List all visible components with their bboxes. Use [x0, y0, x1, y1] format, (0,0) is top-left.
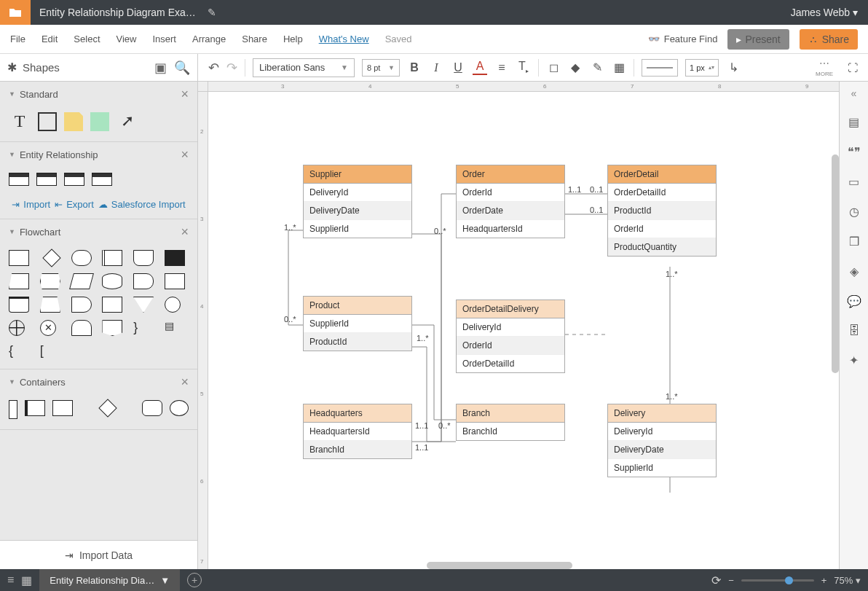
text-color-button[interactable]: A: [473, 60, 487, 75]
fc-note[interactable]: ▤: [165, 320, 189, 336]
fc-terminator[interactable]: [71, 250, 92, 266]
menu-select[interactable]: Select: [74, 34, 100, 44]
rectangle-shape[interactable]: [38, 112, 57, 131]
zoom-in-button[interactable]: +: [821, 575, 827, 586]
section-standard-header[interactable]: ▼Standard×: [0, 82, 197, 106]
menu-edit[interactable]: Edit: [42, 34, 58, 44]
fc-process[interactable]: [9, 250, 29, 266]
fc-decision[interactable]: [43, 248, 61, 267]
shapes-panel-label[interactable]: ✱Shapes: [7, 60, 60, 74]
block-shape[interactable]: [90, 112, 109, 131]
er-shape-4[interactable]: [92, 173, 112, 186]
container-shape[interactable]: [142, 400, 162, 416]
more-button[interactable]: ⋯MORE: [816, 58, 833, 77]
salesforce-import-link[interactable]: ☁ Salesforce Import: [98, 199, 186, 210]
image-icon[interactable]: ▣: [154, 60, 167, 76]
fc-shape[interactable]: [133, 297, 154, 313]
shape-fill-button[interactable]: ◻: [546, 60, 561, 74]
feature-find[interactable]: 👓Feature Find: [648, 34, 718, 44]
entity-orderdetaildelivery[interactable]: OrderDetailDelivery DeliveryId OrderId O…: [456, 300, 565, 373]
entity-orderdetail[interactable]: OrderDetail OrderDetailId ProductId Orde…: [607, 165, 717, 257]
section-flowchart-header[interactable]: ▼Flowchart×: [0, 219, 197, 244]
menu-file[interactable]: File: [10, 34, 25, 44]
text-options-button[interactable]: T▸: [516, 60, 531, 74]
er-shape-2[interactable]: [36, 173, 57, 186]
fc-shape[interactable]: [102, 297, 122, 313]
line-options-button[interactable]: ↳: [726, 60, 741, 74]
italic-button[interactable]: I: [429, 61, 443, 74]
entity-product[interactable]: Product SupplierId ProductId: [303, 296, 412, 351]
fc-shape[interactable]: [9, 320, 25, 336]
entity-order[interactable]: Order OrderId OrderDate HeadquartersId: [456, 165, 565, 238]
zoom-slider[interactable]: [741, 579, 814, 582]
fc-shape[interactable]: [69, 273, 94, 289]
close-icon[interactable]: ×: [181, 224, 189, 240]
arrow-shape[interactable]: ➚: [117, 112, 138, 130]
fc-shape[interactable]: [102, 273, 122, 289]
undo-button[interactable]: ↶: [208, 60, 219, 76]
horizontal-scrollbar[interactable]: [427, 562, 572, 569]
fullscreen-icon[interactable]: ⛶: [848, 62, 858, 74]
document-title[interactable]: Entity Relationship Diagram Exa…: [31, 7, 205, 18]
page-tab[interactable]: Entity Relationship Dia…▼: [39, 569, 180, 591]
collapse-panel-icon[interactable]: «: [851, 87, 857, 99]
list-view-icon[interactable]: ≡: [7, 574, 14, 587]
present-button[interactable]: ▸ Present: [727, 29, 789, 50]
edit-title-icon[interactable]: ✎: [208, 7, 216, 18]
canvas[interactable]: Supplier DeliveryId DeliveryDate Supplie…: [208, 92, 839, 569]
align-button[interactable]: ≡: [494, 61, 509, 74]
close-icon[interactable]: ×: [181, 375, 189, 390]
menu-arrange[interactable]: Arrange: [192, 34, 226, 44]
note-shape[interactable]: [64, 112, 83, 131]
container-shape[interactable]: [98, 399, 117, 417]
fc-shape[interactable]: [40, 273, 60, 289]
folder-icon[interactable]: [0, 0, 31, 25]
fc-bracket[interactable]: [: [40, 343, 64, 359]
search-icon[interactable]: 🔍: [174, 60, 190, 76]
entity-headquarters[interactable]: Headquarters HeadquartersId BranchId: [303, 404, 412, 459]
history-icon[interactable]: ◷: [849, 205, 859, 219]
fc-shape[interactable]: [165, 250, 185, 266]
fc-brace[interactable]: }: [133, 320, 157, 336]
fc-shape[interactable]: [102, 320, 122, 336]
fc-shape[interactable]: [9, 297, 29, 313]
text-shape[interactable]: T: [9, 112, 31, 130]
zoom-out-button[interactable]: −: [728, 575, 734, 586]
font-select[interactable]: Liberation Sans▼: [253, 58, 355, 77]
zoom-level[interactable]: 75% ▾: [834, 575, 861, 586]
font-size-select[interactable]: 8 pt▼: [362, 59, 400, 77]
container-shape[interactable]: [52, 400, 73, 416]
container-shape[interactable]: [170, 400, 189, 416]
fc-shape[interactable]: [40, 297, 60, 313]
bold-button[interactable]: B: [407, 61, 422, 74]
fc-shape[interactable]: [102, 250, 122, 266]
layers-icon[interactable]: ❒: [849, 235, 859, 248]
chat-icon[interactable]: 💬: [847, 294, 861, 308]
import-data-button[interactable]: ⇥ Import Data: [0, 540, 197, 569]
shape-options-button[interactable]: ▦: [612, 60, 626, 74]
magic-icon[interactable]: ✦: [849, 353, 859, 367]
line-width-select[interactable]: 1 px▴▾: [685, 59, 719, 77]
db-icon[interactable]: 🗄: [848, 324, 860, 337]
border-color-button[interactable]: ✎: [590, 60, 604, 74]
menu-help[interactable]: Help: [283, 34, 303, 44]
close-icon[interactable]: ×: [181, 147, 189, 163]
section-containers-header[interactable]: ▼Containers×: [0, 369, 197, 394]
fc-shape[interactable]: [71, 297, 92, 313]
fc-shape[interactable]: [71, 320, 92, 336]
menu-share[interactable]: Share: [242, 34, 267, 44]
data-icon[interactable]: ◈: [850, 265, 859, 278]
add-page-button[interactable]: +: [187, 573, 202, 587]
fc-shape[interactable]: ✕: [40, 320, 56, 336]
section-er-header[interactable]: ▼Entity Relationship×: [0, 142, 197, 167]
menu-insert[interactable]: Insert: [152, 34, 176, 44]
comments-icon[interactable]: ❝❞: [848, 145, 861, 159]
fc-brace[interactable]: {: [9, 343, 33, 359]
close-icon[interactable]: ×: [181, 87, 189, 102]
present-icon[interactable]: ▭: [848, 175, 859, 189]
sync-icon[interactable]: ⟳: [711, 574, 721, 587]
menu-view[interactable]: View: [117, 34, 137, 44]
fc-shape[interactable]: [165, 273, 185, 289]
er-shape-1[interactable]: [9, 173, 29, 186]
er-shape-3[interactable]: [64, 173, 84, 186]
